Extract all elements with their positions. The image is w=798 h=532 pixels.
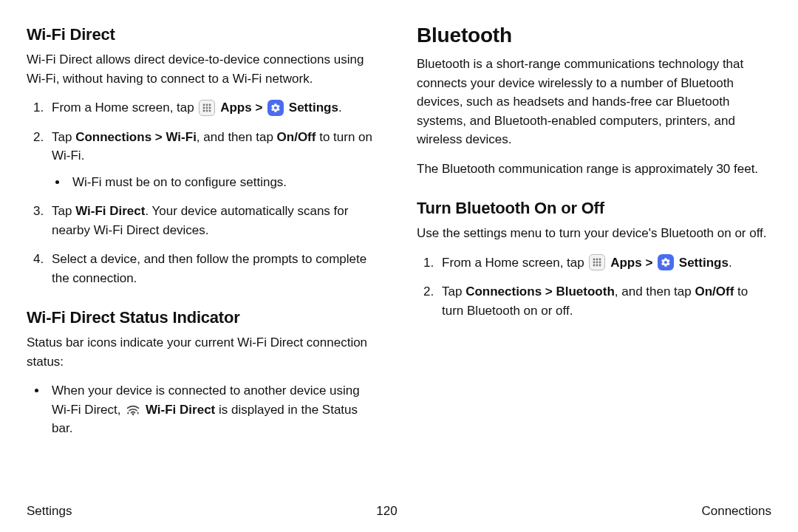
wifi-direct-icon xyxy=(126,403,140,416)
svg-point-12 xyxy=(599,259,601,261)
t: , and then tap xyxy=(197,130,277,144)
t: Connections > Bluetooth xyxy=(466,284,615,299)
step-2-sub: Wi-Fi must be on to configure settings. xyxy=(68,173,381,192)
svg-point-9 xyxy=(132,413,134,415)
step-text: From a Home screen, tap xyxy=(52,100,197,115)
bt-step-2: Tap Connections > Bluetooth, and then ta… xyxy=(437,282,771,320)
sep: > xyxy=(252,100,266,115)
turn-bluetooth-intro: Use the settings menu to turn your devic… xyxy=(417,224,771,243)
t: Wi-Fi Direct xyxy=(75,204,145,218)
heading-wifi-direct-status: Wi-Fi Direct Status Indicator xyxy=(27,308,381,327)
left-column: Wi-Fi Direct Wi-Fi Direct allows direct … xyxy=(27,24,381,489)
t: Wi-Fi Direct xyxy=(146,403,215,417)
step-end: . xyxy=(338,100,342,115)
t: . xyxy=(729,256,732,270)
svg-point-0 xyxy=(203,103,205,106)
svg-point-4 xyxy=(206,106,208,109)
svg-point-1 xyxy=(206,103,208,106)
sep: > xyxy=(642,256,656,270)
t: Tap xyxy=(52,204,75,218)
step-2: Tap Connections > Wi-Fi, and then tap On… xyxy=(47,128,381,192)
settings-icon xyxy=(658,254,674,270)
right-column: Bluetooth Bluetooth is a short-range com… xyxy=(417,24,771,489)
footer-right: Connections xyxy=(701,504,771,519)
bluetooth-range: The Bluetooth communication range is app… xyxy=(417,160,771,179)
step-3: Tap Wi-Fi Direct. Your device automatica… xyxy=(47,202,381,239)
step-1: From a Home screen, tap Apps > Settings. xyxy=(47,98,381,117)
svg-point-14 xyxy=(596,262,598,264)
svg-point-18 xyxy=(599,265,601,267)
settings-label: Settings xyxy=(289,100,338,115)
bt-step-1: From a Home screen, tap Apps > Settings. xyxy=(437,253,771,273)
svg-point-8 xyxy=(209,109,211,112)
heading-turn-bluetooth: Turn Bluetooth On or Off xyxy=(417,199,771,218)
wifi-direct-steps: From a Home screen, tap Apps > Settings.… xyxy=(27,98,381,287)
t: From a Home screen, tap xyxy=(442,256,587,270)
svg-point-6 xyxy=(203,109,205,112)
settings-label: Settings xyxy=(679,256,729,270)
t: Tap xyxy=(52,130,75,144)
page-footer: Settings 120 Connections xyxy=(27,504,771,519)
status-list: When your device is connected to another… xyxy=(27,381,381,438)
svg-point-17 xyxy=(596,265,598,267)
svg-point-10 xyxy=(593,259,596,261)
svg-point-15 xyxy=(599,262,601,264)
bluetooth-steps: From a Home screen, tap Apps > Settings.… xyxy=(417,253,771,321)
svg-point-11 xyxy=(596,259,598,261)
heading-bluetooth: Bluetooth xyxy=(417,24,771,47)
footer-left: Settings xyxy=(27,504,72,519)
t: On/Off xyxy=(277,130,316,144)
step-2-sublist: Wi-Fi must be on to configure settings. xyxy=(52,173,381,192)
svg-point-7 xyxy=(206,109,208,112)
status-item: When your device is connected to another… xyxy=(47,381,381,438)
t: , and then tap xyxy=(615,284,695,299)
wifi-direct-intro: Wi-Fi Direct allows direct device-to-dev… xyxy=(27,50,381,88)
t: Tap xyxy=(442,284,466,299)
step-4: Select a device, and then follow the pro… xyxy=(47,250,381,287)
svg-point-3 xyxy=(203,106,205,109)
apps-icon xyxy=(589,254,605,270)
bluetooth-intro: Bluetooth is a short-range communication… xyxy=(417,55,771,149)
settings-icon xyxy=(267,100,284,116)
status-intro: Status bar icons indicate your current W… xyxy=(27,333,381,371)
footer-page-number: 120 xyxy=(376,504,397,519)
apps-label: Apps xyxy=(610,256,642,270)
t: On/Off xyxy=(695,284,734,299)
t: Connections > Wi-Fi xyxy=(75,130,197,144)
heading-wifi-direct: Wi-Fi Direct xyxy=(27,25,381,44)
svg-point-13 xyxy=(593,262,596,264)
apps-label: Apps xyxy=(220,100,252,115)
svg-point-16 xyxy=(593,265,596,267)
svg-point-2 xyxy=(209,103,211,106)
svg-point-5 xyxy=(209,106,211,109)
content-columns: Wi-Fi Direct Wi-Fi Direct allows direct … xyxy=(27,24,771,489)
apps-icon xyxy=(199,100,215,116)
